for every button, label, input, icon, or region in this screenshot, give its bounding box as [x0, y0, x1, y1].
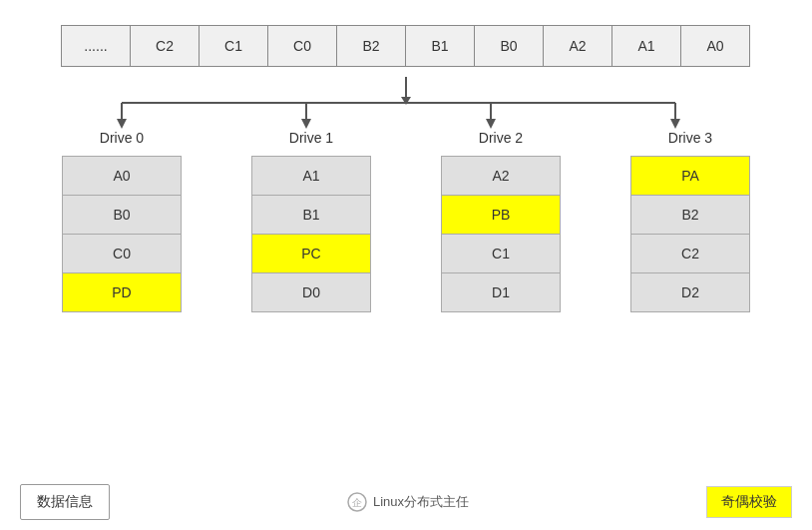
- top-row: ......C2C1C0B2B1B0A2A1A0: [20, 25, 792, 67]
- top-cell-4: B2: [336, 25, 406, 67]
- watermark-icon: 企: [347, 492, 367, 512]
- watermark-text: Linux分布式主任: [373, 493, 469, 511]
- arrow-section: [20, 75, 792, 130]
- drive-block-0-3: PD: [62, 272, 182, 312]
- drive-block-2-0: A2: [441, 156, 561, 196]
- top-cell-7: A2: [543, 25, 612, 67]
- drive-block-2-1: PB: [441, 195, 561, 235]
- drive-block-0-0: A0: [62, 156, 182, 196]
- watermark: 企 Linux分布式主任: [347, 492, 469, 512]
- top-cell-8: A1: [611, 25, 681, 67]
- top-cell-2: C1: [199, 25, 268, 67]
- drive-column-3: Drive 3PAB2C2D2: [625, 130, 755, 311]
- drive-label-2: Drive 2: [479, 130, 523, 146]
- drive-block-2-3: D1: [441, 272, 561, 312]
- top-cell-3: C0: [267, 25, 337, 67]
- svg-text:企: 企: [352, 497, 362, 508]
- top-cell-1: C2: [130, 25, 200, 67]
- drive-block-3-0: PA: [630, 156, 750, 196]
- top-cell-6: B0: [474, 25, 544, 67]
- bottom-bar: 数据信息 企 Linux分布式主任 奇偶校验: [0, 484, 812, 520]
- drive-block-1-0: A1: [251, 156, 371, 196]
- drive-block-3-1: B2: [630, 195, 750, 235]
- drive-label-3: Drive 3: [668, 130, 712, 146]
- drives-section: Drive 0A0B0C0PDDrive 1A1B1PCD0Drive 2A2P…: [20, 130, 792, 311]
- drive-block-3-2: C2: [630, 234, 750, 273]
- drive-block-0-1: B0: [62, 195, 182, 235]
- drive-column-0: Drive 0A0B0C0PD: [57, 130, 187, 311]
- svg-marker-7: [486, 119, 496, 129]
- drive-block-0-2: C0: [62, 234, 182, 273]
- drive-block-1-3: D0: [251, 272, 371, 312]
- drive-label-0: Drive 0: [100, 130, 144, 146]
- drive-column-2: Drive 2A2PBC1D1: [436, 130, 566, 311]
- drive-column-1: Drive 1A1B1PCD0: [246, 130, 376, 311]
- svg-marker-9: [670, 119, 680, 129]
- drive-block-3-3: D2: [630, 272, 750, 312]
- parity-legend: 奇偶校验: [706, 486, 792, 518]
- drive-block-2-2: C1: [441, 234, 561, 273]
- svg-marker-3: [117, 119, 127, 129]
- data-info-button[interactable]: 数据信息: [20, 484, 110, 520]
- main-container: ......C2C1C0B2B1B0A2A1A0 Drive 0A0B0C0PD…: [0, 0, 812, 530]
- drive-label-1: Drive 1: [289, 130, 333, 146]
- svg-marker-5: [301, 119, 311, 129]
- drive-block-1-1: B1: [251, 195, 371, 235]
- top-cell-5: B1: [405, 25, 475, 67]
- top-cell-0: ......: [61, 25, 131, 67]
- drive-block-1-2: PC: [251, 234, 371, 273]
- top-cell-9: A0: [680, 25, 750, 67]
